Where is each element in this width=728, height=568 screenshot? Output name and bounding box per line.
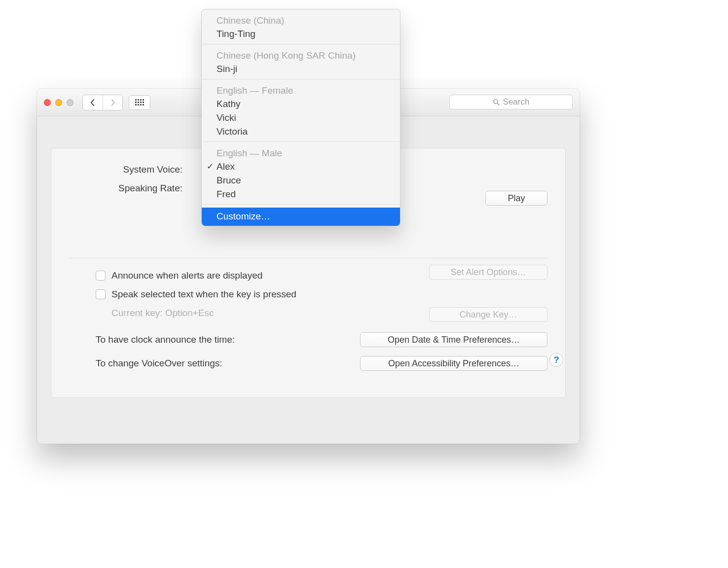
dd-item-vicki[interactable]: Vicki [202,111,400,125]
speak-selected-checkbox[interactable] [96,289,106,299]
chevron-right-icon [110,99,116,106]
dd-item-ting-ting[interactable]: Ting-Ting [202,27,400,41]
dd-separator [202,79,400,79]
nav-segmented [82,95,123,110]
speak-selected-row: Speak selected text when the key is pres… [96,289,547,300]
dd-separator [202,204,400,205]
speak-selected-label: Speak selected text when the key is pres… [111,289,296,300]
dd-separator [202,44,400,44]
play-button[interactable]: Play [485,191,547,206]
dd-group-header: English — Female [202,82,400,97]
dd-item-victoria[interactable]: Victoria [202,125,400,139]
help-button[interactable]: ? [549,353,563,367]
set-alert-options-button: Set Alert Options… [429,265,547,280]
traffic-lights [44,99,73,106]
minimize-button[interactable] [55,99,62,106]
chevron-left-icon [90,99,96,106]
change-key-button: Change Key… [429,307,547,322]
dd-item-sin-ji[interactable]: Sin-ji [202,62,400,76]
dd-group-header: Chinese (Hong Kong SAR China) [202,47,400,62]
open-datetime-button[interactable]: Open Date & Time Preferences… [360,332,547,347]
system-voice-label: System Voice: [69,164,186,175]
dd-item-kathy[interactable]: Kathy [202,97,400,111]
show-all-button[interactable] [129,95,150,110]
zoom-button [67,99,73,106]
search-icon [493,99,500,106]
dd-separator [202,142,400,142]
dd-group-header: English — Male [202,145,400,160]
dd-customize[interactable]: Customize… [202,208,400,226]
divider [69,258,547,258]
dd-group-header: Chinese (China) [202,12,400,27]
forward-button [103,95,122,110]
speaking-rate-label: Speaking Rate: [69,183,186,194]
announce-alerts-checkbox[interactable] [96,271,106,281]
search-placeholder: Search [503,97,530,107]
svg-line-1 [497,103,499,105]
close-button[interactable] [44,99,51,106]
voiceover-row: To change VoiceOver settings: Open Acces… [96,356,547,371]
search-field[interactable]: Search [449,95,573,109]
system-voice-dropdown[interactable]: Chinese (China) Ting-Ting Chinese (Hong … [201,9,400,226]
clock-row: To have clock announce the time: Open Da… [96,332,547,347]
voiceover-label: To change VoiceOver settings: [96,358,222,369]
clock-label: To have clock announce the time: [96,334,235,345]
dd-item-alex[interactable]: Alex [202,160,400,174]
back-button[interactable] [83,95,103,110]
grid-icon [135,99,144,106]
dd-item-bruce[interactable]: Bruce [202,174,400,187]
open-accessibility-button[interactable]: Open Accessibility Preferences… [360,356,547,371]
announce-alerts-label: Announce when alerts are displayed [111,270,262,281]
dd-item-fred[interactable]: Fred [202,187,400,201]
